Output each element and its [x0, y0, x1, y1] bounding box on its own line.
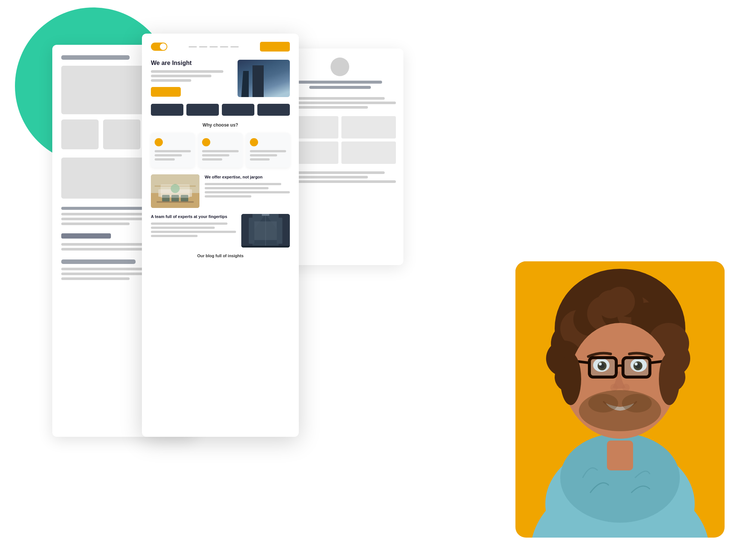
svg-line-54: [650, 361, 662, 363]
svg-rect-23: [607, 441, 633, 470]
svg-point-4: [171, 184, 180, 193]
svg-rect-6: [171, 195, 179, 202]
svg-rect-17: [241, 246, 290, 248]
feature-dot-3: [250, 138, 258, 146]
center-wireframe-page: We are Insight Why choose us?: [142, 34, 299, 437]
feature-dot-2: [202, 138, 210, 146]
feature-card-3: [246, 133, 290, 168]
nav-toggle: [151, 43, 167, 51]
person-photo: [515, 261, 725, 538]
blog-section-title: Our blog full of insights: [151, 253, 290, 258]
wireframe-tabs: [151, 104, 290, 116]
why-section-title: Why choose us?: [151, 122, 290, 128]
right-grid-item-4: [341, 141, 396, 164]
hero-text: We are Insight: [151, 60, 232, 97]
expertise-heading: We offer expertise, not jargon: [205, 174, 290, 180]
tab-3[interactable]: [222, 104, 254, 116]
svg-rect-7: [181, 195, 188, 202]
hero-section: We are Insight: [151, 60, 290, 97]
feature-dot-1: [155, 138, 163, 146]
svg-rect-16: [277, 218, 282, 244]
svg-point-64: [560, 353, 581, 405]
svg-line-53: [577, 361, 589, 363]
nav-cta-button[interactable]: [260, 42, 290, 52]
svg-rect-2: [155, 186, 196, 187]
feature-card-1: [151, 133, 195, 168]
feature-cards: [151, 133, 290, 168]
team-text: A team full of experts at your fingertip…: [151, 214, 236, 241]
wireframe-avatar: [331, 57, 349, 76]
office-image: [151, 174, 199, 208]
expertise-text: We offer expertise, not jargon: [205, 174, 290, 201]
svg-point-41: [605, 287, 635, 317]
svg-rect-8: [156, 201, 194, 203]
tab-2[interactable]: [186, 104, 219, 116]
team-heading: A team full of experts at your fingertip…: [151, 214, 236, 220]
expertise-section: We offer expertise, not jargon: [151, 174, 290, 208]
feature-card-2: [198, 133, 242, 168]
right-grid-item-2: [341, 116, 396, 139]
tab-4[interactable]: [257, 104, 290, 116]
svg-point-58: [622, 384, 630, 391]
svg-rect-55: [591, 359, 615, 376]
hero-image: [238, 60, 290, 97]
svg-point-60: [588, 394, 618, 413]
tab-1[interactable]: [151, 104, 183, 116]
nav-dots: [171, 46, 256, 47]
svg-point-61: [622, 394, 652, 413]
hero-title: We are Insight: [151, 60, 232, 66]
hallway-image: [241, 214, 290, 248]
svg-rect-3: [158, 189, 192, 197]
svg-point-59: [579, 390, 661, 431]
svg-rect-15: [249, 218, 254, 244]
svg-point-57: [610, 384, 618, 391]
person-photo-card: [515, 261, 725, 538]
svg-point-65: [659, 353, 680, 405]
wireframe-navbar: [151, 42, 290, 52]
svg-rect-5: [162, 195, 170, 202]
svg-rect-56: [624, 359, 648, 376]
svg-rect-18: [262, 214, 269, 216]
hero-cta-button[interactable]: [151, 87, 181, 97]
team-section: A team full of experts at your fingertip…: [151, 214, 290, 248]
